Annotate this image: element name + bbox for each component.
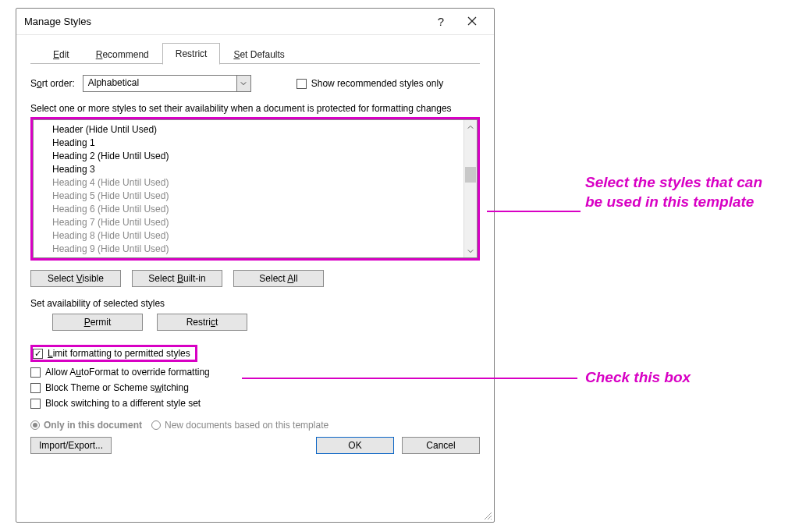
scrollbar[interactable] [463, 120, 477, 257]
set-availability-label: Set availability of selected styles [30, 298, 480, 309]
only-this-document-label: Only in this document [44, 420, 142, 431]
dialog-footer: Import/Export... OK Cancel [30, 437, 480, 454]
checkbox-icon [30, 367, 41, 378]
restriction-checkboxes: Limit formatting to permitted styles All… [30, 345, 480, 409]
limit-formatting-label: Limit formatting to permitted styles [48, 348, 190, 359]
select-buttons-row: Select Visible Select Built-in Select Al… [30, 270, 480, 287]
style-item[interactable]: Heading 6 (Hide Until Used) [52, 203, 477, 216]
scope-radio-group: Only in this document New documents base… [30, 420, 480, 431]
block-styleset-label: Block switching to a different style set [45, 398, 201, 409]
permit-button[interactable]: Permit [52, 314, 143, 331]
cancel-button[interactable]: Cancel [402, 437, 480, 454]
style-item[interactable]: Heading 3 [52, 163, 477, 176]
checkbox-icon [297, 79, 307, 89]
block-theme-checkbox[interactable]: Block Theme or Scheme switching [30, 382, 480, 393]
style-item[interactable]: Heading 5 (Hide Until Used) [52, 190, 477, 203]
chevron-down-icon[interactable] [236, 76, 250, 91]
radio-icon [151, 420, 161, 430]
tab-edit[interactable]: Edit [40, 44, 83, 65]
sort-order-value: Alphabetical [83, 76, 236, 91]
scroll-down-icon[interactable] [464, 244, 477, 257]
style-item[interactable]: Header (Hide Until Used) [52, 123, 477, 137]
limit-formatting-highlight: Limit formatting to permitted styles [30, 345, 197, 362]
style-item[interactable]: Heading 9 (Hide Until Used) [52, 243, 477, 256]
only-this-document-radio[interactable]: Only in this document [30, 420, 142, 431]
new-documents-radio[interactable]: New documents based on this template [151, 420, 328, 431]
style-item[interactable]: Heading 2 (Hide Until Used) [52, 150, 477, 163]
sort-order-combo[interactable]: Alphabetical [83, 75, 251, 92]
show-recommended-label: Show recommended styles only [311, 78, 443, 89]
select-all-button[interactable]: Select All [233, 270, 324, 287]
tab-content: Sort order: Alphabetical Show recommende… [16, 64, 494, 522]
manage-styles-dialog: Manage Styles ? Edit Recommend Restrict … [16, 8, 495, 523]
tab-strip: Edit Recommend Restrict Set Defaults [16, 35, 494, 64]
block-styleset-checkbox[interactable]: Block switching to a different style set [30, 398, 480, 409]
close-button[interactable] [456, 12, 488, 31]
allow-autoformat-checkbox[interactable]: Allow AutoFormat to override formatting [30, 367, 480, 378]
allow-autoformat-label: Allow AutoFormat to override formatting [45, 367, 210, 378]
style-item[interactable]: Heading 1 [52, 137, 477, 150]
help-button[interactable]: ? [425, 12, 456, 31]
style-item[interactable]: Heading 8 (Hide Until Used) [52, 229, 477, 243]
resize-grip[interactable] [481, 509, 492, 520]
new-documents-label: New documents based on this template [165, 420, 328, 431]
annotation-connector-2 [242, 378, 577, 379]
scroll-up-icon[interactable] [464, 120, 477, 133]
select-builtin-button[interactable]: Select Built-in [132, 270, 222, 287]
ok-button[interactable]: OK [316, 437, 394, 454]
annotation-styles: Select the styles that can be used in th… [585, 173, 780, 211]
checkbox-icon [30, 399, 41, 409]
style-item[interactable]: Heading 7 (Hide Until Used) [52, 216, 477, 229]
scroll-thumb[interactable] [465, 167, 476, 183]
radio-selected-icon [30, 420, 40, 430]
protect-description: Select one or more styles to set their a… [30, 103, 480, 114]
sort-order-label: Sort order: [30, 78, 75, 89]
tab-restrict[interactable]: Restrict [162, 43, 221, 65]
close-icon [467, 16, 477, 26]
style-item[interactable]: Heading 4 (Hide Until Used) [52, 176, 477, 190]
block-theme-label: Block Theme or Scheme switching [45, 382, 189, 393]
show-recommended-checkbox[interactable]: Show recommended styles only [297, 78, 443, 89]
titlebar: Manage Styles ? [16, 9, 494, 35]
annotation-checkbox: Check this box [585, 368, 691, 388]
dialog-title: Manage Styles [24, 16, 425, 27]
sort-row: Sort order: Alphabetical Show recommende… [30, 75, 480, 92]
tab-recommend[interactable]: Recommend [83, 44, 162, 65]
checkbox-checked-icon [33, 349, 43, 359]
permit-restrict-row: Permit Restrict [30, 314, 480, 331]
checkbox-icon [30, 383, 41, 393]
limit-formatting-checkbox[interactable]: Limit formatting to permitted styles [33, 348, 190, 359]
annotation-connector-1 [487, 211, 581, 212]
tab-set-defaults[interactable]: Set Defaults [220, 44, 297, 65]
select-visible-button[interactable]: Select Visible [30, 270, 121, 287]
import-export-button[interactable]: Import/Export... [30, 437, 112, 454]
restrict-button[interactable]: Restrict [157, 314, 247, 331]
styles-listbox-highlight: Header (Hide Until Used)Heading 1Heading… [30, 117, 480, 261]
styles-listbox[interactable]: Header (Hide Until Used)Heading 1Heading… [33, 119, 478, 258]
